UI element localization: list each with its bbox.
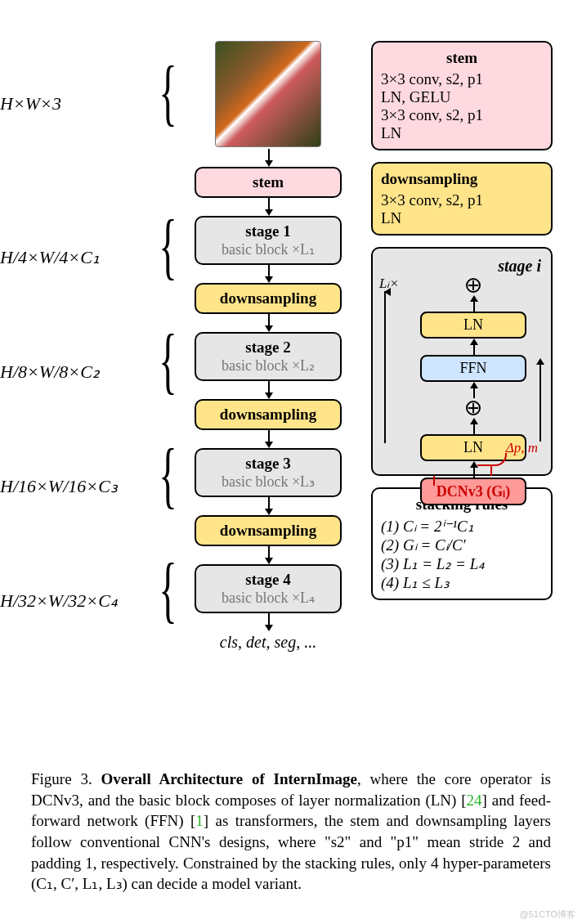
ln-block: LN [420, 312, 526, 339]
downsampling-block: downsampling [195, 399, 342, 430]
arrow-up-icon [405, 461, 541, 478]
architecture-diagram: H×W×3 { H/4×W/4×C₁ { H/8×W/8×C₂ { H/16×W… [0, 0, 582, 760]
residual-add-icon [466, 401, 481, 415]
stem-detail-box: stem 3×3 conv, s2, p1 LN, GELU 3×3 conv,… [371, 41, 553, 150]
delta-label: Δp, m [506, 440, 538, 456]
repeat-label: Lᵢ× [379, 275, 399, 292]
dim-input: H×W×3 [0, 93, 61, 114]
arrow-up-icon [405, 382, 541, 398]
arrow-down-icon [190, 381, 347, 399]
brace-icon: { [159, 438, 177, 512]
arrow-up-icon [405, 339, 541, 355]
stage1-block: stage 1 basic block ×L₁ [195, 216, 342, 265]
brace-icon: { [159, 553, 177, 626]
dim-stage1: H/4×W/4×C₁ [0, 247, 100, 268]
arrow-up-icon [405, 418, 541, 434]
arrow-down-icon [190, 430, 347, 448]
input-image-placeholder [215, 41, 321, 147]
arrow-down-icon [190, 546, 347, 564]
brace-icon: { [159, 56, 177, 129]
brace-icon: { [159, 209, 177, 283]
dcnv3-block: DCNv3 (Gᵢ) [420, 478, 526, 505]
dim-stage3: H/16×W/16×C₃ [0, 476, 118, 497]
ffn-block: FFN [420, 355, 526, 382]
stage-i-detail-box: stage i Lᵢ× LN FFN LN DCNv3 (Gᵢ) Δp, m [371, 247, 553, 476]
arrow-down-icon [190, 314, 347, 332]
outputs-label: cls, det, seg, ... [190, 633, 347, 652]
dim-stage2: H/8×W/8×C₂ [0, 361, 100, 383]
arrow-up-icon [405, 295, 541, 312]
stage3-block: stage 3 basic block ×L₃ [195, 448, 342, 497]
downsampling-block: downsampling [195, 515, 342, 546]
stage-i-title: stage i [405, 257, 541, 276]
arrow-down-icon [190, 198, 347, 216]
arrow-down-icon [190, 149, 347, 167]
downsampling-detail-box: downsampling 3×3 conv, s2, p1 LN [371, 162, 553, 235]
arrow-down-icon [190, 613, 347, 631]
arrow-down-icon [190, 265, 347, 283]
watermark: @51CTO博客 [520, 908, 575, 921]
stage2-block: stage 2 basic block ×L₂ [195, 332, 342, 381]
stem-block: stem [195, 167, 342, 198]
figure-caption: Figure 3. Overall Architecture of Intern… [31, 769, 551, 895]
dim-stage4: H/32×W/32×C₄ [0, 590, 118, 612]
residual-add-icon [466, 278, 481, 293]
downsampling-block: downsampling [195, 283, 342, 314]
arrow-down-icon [190, 497, 347, 515]
stage4-block: stage 4 basic block ×L₄ [195, 564, 342, 613]
brace-icon: { [159, 324, 177, 397]
